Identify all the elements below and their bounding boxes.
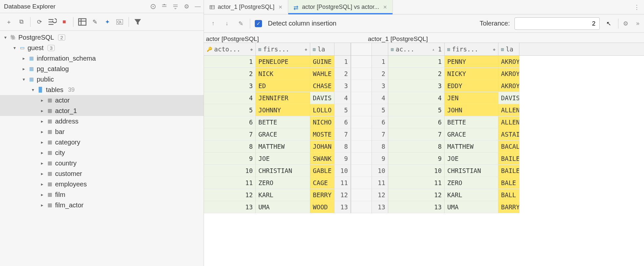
chevron-right-icon[interactable]	[39, 150, 45, 155]
detect-insertion-checkbox[interactable]: ✓	[255, 20, 262, 27]
collapse-all-icon[interactable]	[172, 3, 179, 10]
cell-last-right[interactable]: ASTAI	[498, 128, 519, 141]
cell-last-right[interactable]: BAILE	[498, 153, 519, 165]
tree-node-table[interactable]: ▦ country	[0, 158, 204, 168]
cell-last-left[interactable]: NICHO	[310, 116, 334, 128]
cell-id-right[interactable]: 9	[388, 153, 445, 165]
cell-id-left[interactable]: 1	[204, 56, 256, 68]
chevron-right-icon[interactable]	[39, 140, 45, 145]
cell-last-right[interactable]: DAVIS	[498, 92, 519, 104]
cell-id-left[interactable]: 12	[204, 189, 256, 201]
cell-last-left[interactable]: LOLLO	[310, 104, 334, 116]
col-first-name-right[interactable]: ▥ firs... ◆	[445, 43, 498, 55]
chevron-right-icon[interactable]	[39, 161, 45, 166]
tree-node-table[interactable]: ▦ address	[0, 116, 204, 126]
cell-first-left[interactable]: KARL	[256, 189, 310, 201]
tabs-overflow-button[interactable]: ⋮	[630, 0, 644, 14]
chevron-right-icon[interactable]	[39, 192, 45, 197]
next-diff-button[interactable]: ↓	[222, 19, 231, 28]
tolerance-input[interactable]	[514, 17, 600, 30]
cell-last-left[interactable]: JOHAN	[310, 141, 334, 153]
cell-last-right[interactable]: AKROY	[498, 80, 519, 92]
cell-first-right[interactable]: ZERO	[445, 177, 498, 189]
cell-last-left[interactable]: MOSTE	[310, 128, 334, 141]
table-row[interactable]: 4 JENNIFER DAVIS 4 4 4 JEN DAVIS	[204, 92, 644, 104]
tree-node-table[interactable]: ▦ customer	[0, 168, 204, 179]
cell-id-right[interactable]: 10	[388, 165, 445, 177]
cell-first-left[interactable]: UMA	[256, 201, 310, 213]
cell-first-right[interactable]: KARL	[445, 189, 498, 201]
cell-first-left[interactable]: MATTHEW	[256, 141, 310, 153]
cell-first-left[interactable]: JOHNNY	[256, 104, 310, 116]
table-row[interactable]: 3 ED CHASE 3 3 3 EDDY AKROY	[204, 80, 644, 92]
prev-diff-button[interactable]: ↑	[209, 19, 218, 28]
cell-last-left[interactable]: WAHLE	[310, 68, 334, 80]
table-row[interactable]: 6 BETTE NICHO 6 6 6 BETTE ALLEN	[204, 116, 644, 128]
stack-refresh-button[interactable]	[47, 17, 57, 27]
table-view-button[interactable]	[77, 17, 87, 27]
col-last-name-right[interactable]: ▥ la	[498, 43, 519, 55]
chevron-right-icon[interactable]	[39, 181, 45, 187]
cell-id-left[interactable]: 7	[204, 128, 256, 141]
cell-id-right[interactable]: 5	[388, 104, 445, 116]
refresh-button[interactable]: ⟳	[34, 17, 44, 27]
close-icon[interactable]: ✕	[383, 4, 387, 10]
gear-icon[interactable]: ⚙	[183, 3, 190, 10]
filter-button[interactable]	[133, 17, 143, 27]
cell-first-left[interactable]: ED	[256, 80, 310, 92]
col-actor-id-right[interactable]: ▥ ac... ▴ 1	[388, 43, 445, 55]
table-row[interactable]: 12 KARL BERRY 12 12 12 KARL BALL	[204, 189, 644, 201]
chevron-right-icon[interactable]	[21, 56, 26, 61]
tree-node-table[interactable]: ▦ film	[0, 189, 204, 200]
edit-button[interactable]: ✎	[90, 17, 100, 27]
cell-id-right[interactable]: 12	[388, 189, 445, 201]
cell-id-right[interactable]: 6	[388, 116, 445, 128]
chevron-down-icon[interactable]	[21, 77, 26, 82]
cell-last-left[interactable]: BERRY	[310, 189, 334, 201]
cell-last-left[interactable]: GUINE	[310, 56, 334, 68]
tree-node-schema[interactable]: ▦ pg_catalog	[0, 64, 204, 74]
cell-id-left[interactable]: 13	[204, 201, 256, 213]
cell-last-right[interactable]: ALLEN	[498, 116, 519, 128]
cell-first-right[interactable]: BETTE	[445, 116, 498, 128]
table-row[interactable]: 1 PENELOPE GUINE 1 1 1 PENNY AKROY	[204, 56, 644, 68]
tree-node-table[interactable]: ▦ film_actor	[0, 200, 204, 210]
chevron-right-icon[interactable]	[39, 129, 45, 134]
cell-last-right[interactable]: BALE	[498, 177, 519, 189]
col-last-name-left[interactable]: ▥ la	[310, 43, 334, 55]
cell-first-right[interactable]: JEN	[445, 92, 498, 104]
cell-first-left[interactable]: ZERO	[256, 177, 310, 189]
target-icon[interactable]	[150, 3, 156, 10]
cell-first-left[interactable]: BETTE	[256, 116, 310, 128]
tree-node-table[interactable]: ▦ category	[0, 137, 204, 147]
compare-grid[interactable]: 1 PENELOPE GUINE 1 1 1 PENNY AKROY 2 NIC…	[204, 56, 644, 266]
table-row[interactable]: 13 UMA WOOD 13 13 13 UMA BARRY	[204, 201, 644, 213]
cell-id-right[interactable]: 11	[388, 177, 445, 189]
cell-last-left[interactable]: CHASE	[310, 80, 334, 92]
cell-last-right[interactable]: BARRY	[498, 201, 519, 213]
cell-id-right[interactable]: 4	[388, 92, 445, 104]
cell-id-left[interactable]: 3	[204, 80, 256, 92]
cell-first-right[interactable]: GRACE	[445, 128, 498, 141]
cell-first-right[interactable]: JOHN	[445, 104, 498, 116]
overflow-icon[interactable]: »	[636, 20, 639, 27]
table-row[interactable]: 7 GRACE MOSTE 7 7 7 GRACE ASTAI	[204, 128, 644, 141]
tree-node-tables[interactable]: ▉ tables 39	[0, 85, 204, 95]
stop-button[interactable]: ■	[59, 17, 69, 27]
chevron-right-icon[interactable]	[39, 202, 45, 208]
cell-id-left[interactable]: 6	[204, 116, 256, 128]
cell-last-right[interactable]: BAILE	[498, 165, 519, 177]
cell-last-left[interactable]: GABLE	[310, 165, 334, 177]
cell-last-right[interactable]: AKROY	[498, 56, 519, 68]
cell-id-right[interactable]: 13	[388, 201, 445, 213]
cell-first-right[interactable]: CHRISTIAN	[445, 165, 498, 177]
cell-last-left[interactable]: WOOD	[310, 201, 334, 213]
cell-last-left[interactable]: SWANK	[310, 153, 334, 165]
cell-id-right[interactable]: 7	[388, 128, 445, 141]
expand-all-icon[interactable]	[161, 3, 168, 10]
cell-first-left[interactable]: CHRISTIAN	[256, 165, 310, 177]
tree-node-datasource[interactable]: 🐘 PostgreSQL 2	[0, 32, 204, 43]
chevron-right-icon[interactable]	[39, 171, 45, 176]
sql-console-button[interactable]: QL	[115, 17, 125, 27]
chevron-right-icon[interactable]	[21, 66, 26, 71]
